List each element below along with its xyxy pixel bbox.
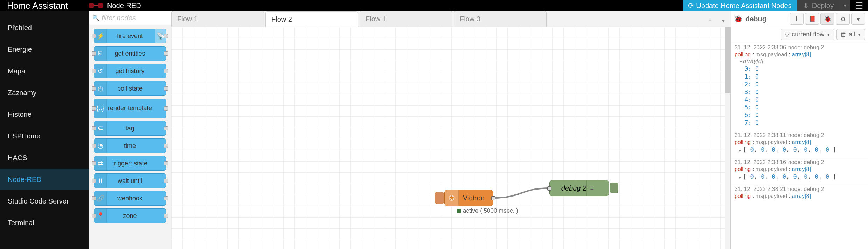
canvas-scrollbar[interactable] [725, 27, 730, 249]
msg-property: msg.payload [756, 193, 787, 199]
palette-node-icon: ◔ [94, 139, 107, 153]
palette-node-label: tag [125, 125, 134, 132]
debug-message[interactable]: 31. 12. 2022 2:38:11 node: debug 2pollin… [731, 130, 868, 157]
msg-node-name[interactable]: node: debug 2 [788, 44, 824, 51]
palette-node[interactable]: ◴poll state [94, 81, 166, 96]
debug-node-deco-icon: ≡ [586, 180, 597, 196]
palette-node-label: time [124, 142, 136, 150]
palette-node-icon: 📍 [94, 209, 107, 223]
debug-toggle-button[interactable] [610, 183, 618, 193]
ha-sidebar-item[interactable]: Studio Code Server [0, 190, 89, 212]
ha-sidebar-item[interactable]: Přehled [0, 17, 89, 38]
debug-message[interactable]: 31. 12. 2022 2:38:06 node: debug 2pollin… [731, 42, 868, 130]
msg-type: array[8] [792, 51, 811, 57]
debug-tab-button[interactable]: 🐞 [820, 13, 834, 25]
msg-topic: polling [735, 193, 751, 199]
palette-node[interactable]: 🔗webhook [94, 191, 166, 206]
add-flow-button[interactable]: ＋ [704, 15, 716, 27]
output-port [164, 179, 168, 183]
debug-filter-button[interactable]: ▽ current flow ▼ [781, 29, 834, 40]
debug-message[interactable]: 31. 12. 2022 2:38:16 node: debug 2pollin… [731, 157, 868, 184]
update-ha-nodes-button[interactable]: ⟳ Update Home Assistant Nodes [683, 0, 796, 11]
help-tab-button[interactable]: 📕 [805, 13, 819, 25]
msg-property: msg.payload [756, 139, 787, 145]
output-port[interactable] [491, 196, 495, 200]
msg-type: array[8] [792, 193, 811, 199]
flow-tab[interactable]: Flow 1 [171, 11, 264, 27]
node-palette: 🔍 ⚡fire event📡⎘get entities↺get history◴… [89, 11, 171, 249]
ha-sidebar-item[interactable]: Terminal [0, 212, 89, 234]
output-port [164, 214, 168, 218]
search-icon: 🔍 [92, 15, 99, 21]
config-tab-button[interactable]: ⚙ [836, 13, 850, 25]
palette-node-icon: 🏷 [94, 121, 107, 135]
deploy-dropdown[interactable]: ▼ [840, 0, 850, 11]
palette-node[interactable]: 📍zone [94, 208, 166, 223]
filter-label: current flow [792, 31, 824, 38]
palette-node[interactable]: ◔time [94, 138, 166, 153]
ha-sidebar-item[interactable]: Historie [0, 104, 89, 125]
flow-canvas[interactable]: Victron active ( 5000 msec. ) debug 2 ≡ [171, 27, 731, 249]
deploy-button[interactable]: ⇩ Deploy [797, 0, 840, 11]
palette-search: 🔍 [89, 11, 171, 25]
ha-sidebar-item[interactable]: ESPHome [0, 125, 89, 147]
chevron-down-icon: ▼ [826, 32, 831, 37]
palette-node-label: zone [123, 212, 137, 220]
palette-node[interactable]: 🏷tag [94, 121, 166, 136]
palette-node[interactable]: {..}render template [94, 99, 166, 118]
msg-node-name[interactable]: node: debug 2 [788, 186, 824, 192]
msg-topic: polling [735, 51, 751, 57]
victron-node-icon [445, 190, 459, 206]
msg-node-name[interactable]: node: debug 2 [788, 159, 824, 165]
sidebar-more-button[interactable]: ▾ [851, 13, 865, 25]
main-menu-button[interactable]: ☰ [850, 0, 868, 11]
input-port[interactable] [547, 186, 551, 191]
nodered-logo: Node-RED [89, 2, 141, 10]
palette-node-icon: ⚡ [94, 29, 107, 43]
msg-timestamp: 31. 12. 2022 2:38:11 [735, 132, 786, 138]
update-btn-label: Update Home Assistant Nodes [696, 2, 791, 10]
msg-topic: polling [735, 166, 751, 172]
info-tab-button[interactable]: i [790, 13, 804, 25]
ha-sidebar-item[interactable]: HACS [0, 147, 89, 169]
palette-node[interactable]: ⎘get entities [94, 46, 166, 61]
debug-message[interactable]: 31. 12. 2022 2:38:21 node: debug 2pollin… [731, 184, 868, 203]
palette-node[interactable]: ↺get history [94, 64, 166, 78]
debug-node[interactable]: debug 2 ≡ [549, 180, 609, 196]
inject-button[interactable] [435, 192, 444, 204]
palette-node-label: trigger: state [112, 160, 147, 167]
victron-node[interactable]: Victron [444, 190, 493, 206]
msg-property: msg.payload [756, 51, 787, 57]
palette-node[interactable]: ⏸wait until [94, 173, 166, 188]
debug-sidebar: 🐞 debug i 📕 🐞 ⚙ ▾ ▽ current flow ▼ 🗑 all [731, 11, 868, 249]
flow-list-button[interactable]: ▾ [717, 15, 729, 27]
msg-type: array[8] [792, 166, 811, 172]
flow-tab[interactable]: Flow 1 [360, 11, 452, 27]
trash-icon: 🗑 [840, 31, 847, 38]
palette-search-input[interactable] [102, 14, 167, 22]
msg-topic: polling [735, 139, 751, 145]
output-port [164, 51, 168, 56]
filter-icon: ▽ [785, 31, 790, 38]
output-port [164, 106, 168, 111]
msg-node-name[interactable]: node: debug 2 [788, 132, 824, 138]
ha-sidebar-item[interactable]: Node-RED [0, 169, 89, 190]
flow-tab[interactable]: Flow 2 [265, 11, 358, 27]
palette-node-label: fire event [117, 33, 143, 40]
victron-node-label: Victron [459, 194, 489, 202]
ha-title: Home Assistant [0, 1, 89, 11]
ha-sidebar-item[interactable]: Záznamy [0, 82, 89, 104]
ha-sidebar-item[interactable]: Energie [0, 38, 89, 60]
flow-tab[interactable]: Flow 3 [454, 11, 547, 27]
ha-sidebar-item[interactable]: Mapa [0, 60, 89, 82]
palette-node-icon: ◴ [94, 81, 107, 95]
refresh-icon: ⟳ [688, 1, 694, 10]
palette-node-icon: ⏸ [94, 174, 107, 188]
flow-tabs: Flow 1Flow 2Flow 1Flow 3 ＋ ▾ [171, 11, 731, 27]
palette-node-label: wait until [118, 177, 142, 185]
palette-node[interactable]: ⇄trigger: state [94, 156, 166, 171]
debug-clear-button[interactable]: 🗑 all ▼ [836, 29, 865, 40]
msg-timestamp: 31. 12. 2022 2:38:21 [735, 186, 786, 192]
nodered-title: Node-RED [107, 2, 141, 10]
palette-node[interactable]: ⚡fire event📡 [94, 29, 166, 43]
